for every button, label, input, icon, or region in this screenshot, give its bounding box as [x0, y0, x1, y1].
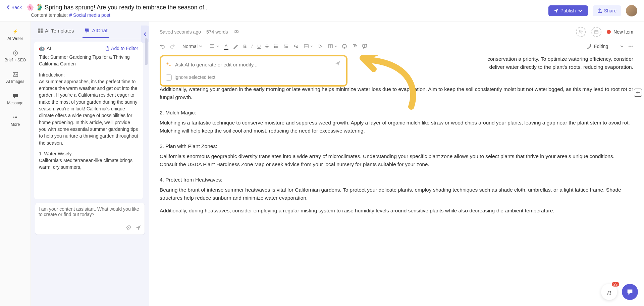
- left-rail: ⚡ AI Writer Brief + SEO AI Images Messag…: [0, 21, 31, 306]
- ai-sec1-head: 1. Water Wisely:: [39, 150, 138, 157]
- publish-label: Publish: [560, 8, 576, 13]
- chat-input[interactable]: [39, 206, 141, 224]
- send-icon: [554, 8, 558, 13]
- editor-content[interactable]: Ignore selected text conservation a prio…: [149, 55, 644, 306]
- table-button[interactable]: [328, 44, 337, 49]
- ignore-checkbox[interactable]: [166, 74, 172, 81]
- saved-status: Saved seconds ago: [160, 29, 201, 35]
- svg-rect-8: [41, 31, 43, 33]
- redo-button[interactable]: [170, 44, 175, 49]
- panel-scrollbar[interactable]: [145, 38, 148, 65]
- svg-rect-4: [13, 94, 17, 97]
- notifications-button[interactable]: n 29: [601, 284, 617, 300]
- status-new-item[interactable]: New Item: [607, 29, 633, 35]
- bold-button[interactable]: B: [243, 44, 247, 49]
- user-avatar[interactable]: [626, 5, 637, 16]
- help-chat-button[interactable]: [622, 284, 638, 300]
- section-heading: 3. Plan with Plant Zones:: [160, 142, 633, 150]
- lightning-icon: ⚡: [12, 28, 19, 35]
- italic-button[interactable]: I: [251, 44, 253, 49]
- word-count: 574 words: [206, 29, 228, 35]
- svg-text:3: 3: [284, 47, 285, 49]
- comment-button[interactable]: [362, 44, 367, 49]
- ai-title-line: Title: Summer Gardening Tips for a Thriv…: [39, 54, 138, 67]
- chevron-down-icon: [216, 45, 219, 48]
- section-heading: 2. Mulch Magic:: [160, 109, 633, 117]
- ai-prompt-input[interactable]: [175, 62, 331, 67]
- svg-rect-6: [41, 29, 43, 31]
- rail-ai-writer[interactable]: ⚡ AI Writer: [0, 26, 31, 43]
- pencil-icon: [587, 44, 592, 49]
- tab-ai-chat[interactable]: AIChat: [83, 25, 109, 38]
- content-template-link[interactable]: # Social media post: [69, 12, 110, 18]
- highlight-icon: [233, 44, 238, 49]
- send-icon: [135, 225, 141, 231]
- grid-icon: [38, 28, 43, 34]
- chevron-left-icon: [144, 32, 147, 36]
- add-to-editor-button[interactable]: Add to Editor: [105, 46, 138, 51]
- style-select[interactable]: Normal: [180, 42, 205, 50]
- rail-message[interactable]: Message: [0, 91, 31, 107]
- ai-prompt-send[interactable]: [335, 60, 341, 69]
- image-icon: [12, 71, 19, 78]
- image-button[interactable]: [304, 44, 313, 49]
- undo-button[interactable]: [160, 44, 165, 49]
- rail-label: Message: [7, 101, 23, 105]
- link-button[interactable]: [293, 44, 299, 49]
- bullet-list-icon: [273, 44, 279, 49]
- svg-point-15: [274, 47, 274, 48]
- chevron-down-icon: [199, 45, 202, 48]
- send-button[interactable]: [135, 225, 141, 232]
- strike-button[interactable]: S: [265, 44, 268, 49]
- editing-mode-select[interactable]: Editing: [587, 44, 624, 49]
- export-icon: [105, 46, 110, 51]
- inline-comment-button[interactable]: [634, 89, 642, 97]
- svg-point-22: [343, 46, 344, 46]
- comment-plus-icon: [362, 44, 367, 49]
- chevron-down-icon: [620, 45, 624, 48]
- add-to-editor-label: Add to Editor: [111, 46, 138, 51]
- add-date-button[interactable]: [591, 27, 601, 37]
- rail-ai-images[interactable]: AI Images: [0, 69, 31, 86]
- person-plus-icon: [579, 30, 583, 34]
- emoji-button[interactable]: [342, 44, 347, 49]
- share-button[interactable]: Share: [593, 5, 621, 16]
- svg-point-23: [345, 46, 345, 46]
- visibility-button[interactable]: [233, 29, 239, 36]
- attach-button[interactable]: [125, 225, 131, 232]
- page-title: 🌸 🥻 Spring has sprung! Are you ready to …: [26, 4, 207, 11]
- content-template-label: Content template:: [31, 12, 68, 18]
- rail-more[interactable]: ••• More: [0, 112, 31, 129]
- add-collaborator-button[interactable]: [576, 27, 586, 37]
- chevron-left-icon: [7, 5, 10, 10]
- message-icon: [12, 93, 19, 99]
- publish-button[interactable]: Publish: [548, 5, 588, 16]
- back-button[interactable]: Back: [7, 5, 22, 10]
- paperclip-icon: [125, 225, 131, 231]
- more-icon: •••: [12, 114, 19, 121]
- more-toolbar-button[interactable]: •••: [628, 44, 633, 49]
- tab-ai-templates[interactable]: AI Templates: [36, 25, 76, 38]
- rail-brief-seo[interactable]: Brief + SEO: [0, 48, 31, 64]
- body-text: Mulching is a fantastic technique to con…: [160, 119, 633, 135]
- sparkle-icon: [166, 62, 172, 68]
- calendar-icon: [594, 30, 599, 34]
- underline-button[interactable]: U: [257, 44, 261, 49]
- text-color-button[interactable]: A: [224, 43, 228, 50]
- play-icon: [318, 44, 323, 49]
- number-list-button[interactable]: 123: [283, 44, 289, 49]
- svg-rect-7: [38, 31, 40, 33]
- highlight-button[interactable]: [233, 44, 238, 49]
- rail-label: AI Writer: [7, 36, 23, 41]
- svg-point-21: [342, 44, 346, 48]
- align-button[interactable]: [210, 44, 219, 49]
- chat-icon: [85, 28, 90, 33]
- bullet-list-button[interactable]: [273, 44, 279, 49]
- video-button[interactable]: [318, 44, 323, 49]
- chevron-down-icon: [310, 45, 313, 48]
- clear-format-button[interactable]: [352, 44, 357, 49]
- svg-point-10: [235, 31, 237, 32]
- content-template-row: Content template: # Social media post: [31, 12, 207, 18]
- send-icon: [335, 60, 341, 66]
- plus-icon: [636, 91, 640, 95]
